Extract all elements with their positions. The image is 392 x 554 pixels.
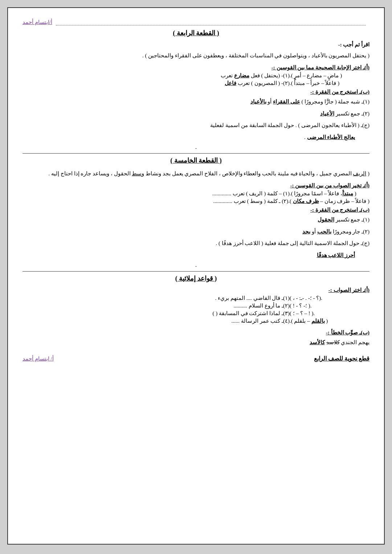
section4-b1: (١)ـ شبه جملة ( جارًّا ومجرورًا ) على ال… (30, 97, 369, 107)
imlaa-q4: ( بالقلم – بلقلم ). (٤)ـ كتب عمر الرسالة… (23, 318, 369, 324)
footer: قطع نحوية للصف الرابع أ/ ابتسام أحمد (23, 355, 369, 362)
imlaa-q3-right: (٣)ـ لماذا اشتركت في المسابقة ( ) (23, 310, 290, 317)
footer-title: قطع نحوية للصف الرابع (314, 355, 369, 362)
section5-a1: ( مبتدأً، فاعلاً – اسمًا مجرورًا ). (١) … (23, 190, 369, 197)
section4-part-b-title: (ب)ـ استخرج من الفقرة :- (23, 89, 369, 95)
dots-line (56, 19, 366, 25)
imlaa-q2-right: (٢)ـ ما أروع السلام .......... (23, 302, 290, 309)
imlaa-part-a-title: (أ)ـ اختر الصواب :- (23, 287, 369, 293)
imlaa-q2-left: .( ؛- ؟ - ! ) (290, 302, 369, 309)
imlaa-q3: .( ! – ؟ – ؛ ) (٣)ـ لماذا اشتركت في المس… (23, 310, 369, 317)
section4-q2-right: (٢)- ( المصريون ) تعرب فاعل (23, 80, 290, 86)
section4-b3: (ج)ـ ( الأطباء يعالجون المرضى ) . حول ال… (30, 120, 369, 131)
section5-a2-right: (٢) ـ كلمة ( وسط ) تعرب .............. (23, 198, 288, 204)
section4-q1-left: ( ماضٍ – مضارع – أمرٍ ). (290, 72, 369, 79)
section5-part-a-title: (أ)ـ تخير الصواب من بين القوسين :- (23, 182, 369, 189)
imlaa-title: ( قواعد إملائية ) (23, 274, 369, 282)
section4-instruction: اقرأ ثم أجب :- (23, 41, 369, 48)
section4-q1: ( ماضٍ – مضارع – أمرٍ ). (١)- (يحتفل ) ف… (23, 72, 369, 79)
section4-paragraph: ( يحتفل المصريون بالأعياد ، ويتواصلون في… (23, 51, 369, 61)
page: أ/ابتسام أحمد ( القطعة الرابعة ) اقرأ ثم… (7, 7, 385, 545)
section5-a2: ( فاعلاً – ظرف زمان – ظرف مكان ). (٢) ـ … (23, 198, 369, 204)
imlaa-q1: .(؟ - ؛- . -ـ: - ، ) (١)ـ قال القاضي ...… (23, 295, 369, 301)
section5-a2-left: ( فاعلاً – ظرف زمان – ظرف مكان ). (288, 198, 369, 204)
divider2 (23, 271, 369, 272)
footer-author: أ/ ابتسام أحمد (23, 355, 54, 362)
section5-paragraph: ( الريف المصري جميل ، والحياة فيه ملينة … (23, 169, 369, 179)
imlaa-q3-left: .( ! – ؟ – ؛ ) (290, 310, 369, 317)
section4-title: ( القطعة الرابعة ) (23, 29, 369, 37)
section4-q2-left: ( فاعلاً – خبراً – مبتدأً ). (290, 80, 369, 86)
section4-b2: (٢)ـ جمع تكسير الأعياد (30, 109, 369, 119)
imlaa-b1: يهجم الجندي كلاسد كالأسد (30, 337, 369, 348)
section5-a1-right: (١) – كلمة ( الريف ) تعرب .............. (23, 190, 290, 197)
imlaa-q1-right: (١)ـ قال القاضي .... المتهم بريء . (23, 295, 290, 301)
header: أ/ابتسام أحمد (23, 19, 369, 25)
section5-b3: (ج)ـ حول الجملة الاسمية التالية إلى جملة… (30, 238, 369, 249)
divider1 (23, 153, 369, 154)
section5-part-b-title: (ب)ـ استخرج من الفقرة :- (23, 207, 369, 213)
dot1: . (23, 144, 369, 150)
author-name: أ/ابتسام أحمد (23, 19, 52, 25)
imlaa-q4-left: ( بالقلم – بلقلم ). (290, 318, 369, 324)
section5-b3-answer: أحرز اللاعب هدفًا (30, 250, 355, 261)
section4-q1-right: (١)- (يحتفل ) فعل مضارع تعرب (23, 72, 290, 79)
section4-b3-answer: يعالج الأطباء المرضى . (30, 132, 355, 143)
section5-title: ( القطعة الخامسة ) (23, 156, 369, 164)
section4-part-a-title: (أ)ـ اختر الإجابة الصحيحة مما بين القوسي… (23, 64, 369, 71)
dot2: . (23, 262, 369, 268)
imlaa-q4-right: (٤)ـ كتب عمر الرسالة ...... (23, 318, 290, 324)
section5-b2: (٢)ـ جار ومجرورًا بالحب أو بجد (30, 227, 369, 237)
section5-b1: (١)ـ جمع تكسير الحقول (30, 215, 369, 225)
section4-q2: ( فاعلاً – خبراً – مبتدأً ). (٢)- ( المص… (23, 80, 369, 86)
section5-a1-left: ( مبتدأً، فاعلاً – اسمًا مجرورًا ). (290, 190, 369, 197)
imlaa-q1-left: .(؟ - ؛- . -ـ: - ، ) (290, 295, 369, 301)
imlaa-part-b-title: (ب)ـ صوِّب الخطأ :- (23, 329, 369, 336)
imlaa-q2: .( ؛- ؟ - ! ) (٢)ـ ما أروع السلام ......… (23, 302, 369, 309)
